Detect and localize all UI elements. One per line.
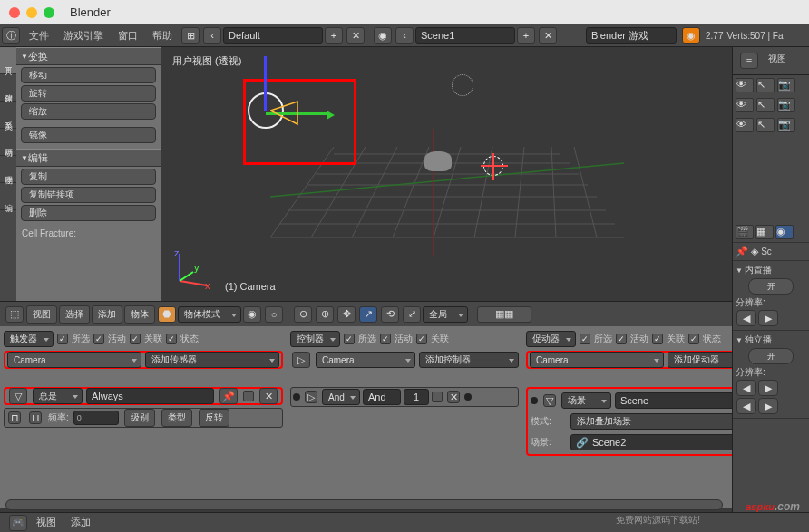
controller-and-dd[interactable]: And <box>322 389 360 405</box>
vt-add[interactable]: 添加 <box>92 305 122 324</box>
tab-animation[interactable]: 动画 <box>0 129 16 156</box>
standalone-player-header[interactable]: 独立播 <box>736 334 806 346</box>
actuator-expand-icon[interactable]: ▽ <box>543 394 556 407</box>
actuator-name-field[interactable]: Scene <box>615 392 746 409</box>
tab-create[interactable]: 创建 <box>0 74 16 102</box>
close-icon[interactable] <box>9 7 20 18</box>
a-link-check[interactable] <box>652 334 663 344</box>
pivot-icon[interactable]: ⊙ <box>294 306 312 323</box>
a-active-check[interactable] <box>616 334 627 344</box>
tab-physics[interactable]: 物理 <box>0 156 16 183</box>
res-left-icon[interactable]: ◀ <box>736 310 756 326</box>
duplicate-button[interactable]: 复制 <box>21 169 156 185</box>
outliner-type-icon[interactable]: ≡ <box>740 53 758 69</box>
translate-icon[interactable]: ↗ <box>359 306 377 323</box>
editor-type-icon[interactable]: ⬚ <box>5 306 24 323</box>
move-button[interactable]: 移动 <box>21 67 156 83</box>
prop-layers-icon[interactable]: ▦ <box>755 225 774 239</box>
mode-icon[interactable]: ⬣ <box>158 306 176 323</box>
edit-header[interactable]: 编辑 <box>16 149 161 167</box>
3d-viewport[interactable]: 用户视图 (透视) <box>161 47 732 301</box>
mesh-object[interactable] <box>424 151 452 171</box>
type-btn[interactable]: 类型 <box>161 409 192 427</box>
start-standalone-button[interactable]: 开 <box>748 348 794 364</box>
actuator-socket[interactable] <box>531 397 538 404</box>
sensor-delete-icon[interactable]: ✕ <box>259 388 278 404</box>
cursor-icon-3[interactable]: ↖ <box>756 118 775 132</box>
controller-prio-check[interactable] <box>432 392 443 402</box>
cursor-icon-2[interactable]: ↖ <box>756 98 775 112</box>
vis-eye-icon[interactable]: 👁 <box>736 78 754 92</box>
mode-selector[interactable]: 物体模式 <box>178 306 241 323</box>
pin-icon[interactable]: 📌 <box>219 388 238 404</box>
layout-selector[interactable]: Default <box>223 27 323 44</box>
pivot2-icon[interactable]: ⊕ <box>316 306 334 323</box>
controller-state-field[interactable]: 1 <box>404 389 429 405</box>
start-button[interactable]: 开 <box>748 278 794 295</box>
c-active-check[interactable] <box>380 334 391 344</box>
active-check[interactable] <box>93 334 104 344</box>
controller-delete-icon[interactable]: ✕ <box>447 391 460 403</box>
scene-back-icon[interactable]: ‹ <box>395 27 414 44</box>
gizmo-z-axis[interactable] <box>264 56 267 111</box>
pulse-true-icon[interactable]: ⊓ <box>8 411 21 424</box>
actuator-type-dd[interactable]: 促动器 <box>526 331 576 347</box>
res2-right-icon[interactable]: ▶ <box>758 380 778 396</box>
layout-grid-icon[interactable]: ⊞ <box>181 27 200 44</box>
vt-view[interactable]: 视图 <box>26 305 57 324</box>
node-input-socket[interactable] <box>293 393 300 401</box>
vt-select[interactable]: 选择 <box>59 305 90 324</box>
actuator-scene-dd[interactable]: 场景 <box>561 392 611 409</box>
close-layout-icon[interactable]: ✕ <box>346 27 365 44</box>
node-output-socket[interactable] <box>464 393 472 401</box>
minimize-icon[interactable] <box>26 7 37 18</box>
sensor-name-field[interactable]: Always <box>86 388 214 404</box>
tab-edit[interactable]: 编 <box>0 183 16 210</box>
invert-btn[interactable]: 反转 <box>199 409 229 427</box>
close-scene-icon[interactable]: ✕ <box>539 27 557 44</box>
sensor-toggle[interactable] <box>243 391 254 401</box>
rotate-icon[interactable]: ⟲ <box>381 306 399 323</box>
add-sensor-dd[interactable]: 添加传感器 <box>145 352 279 368</box>
bottom-view[interactable]: 视图 <box>29 516 63 529</box>
mirror-button[interactable]: 镜像 <box>21 127 156 143</box>
a-sel-check[interactable] <box>580 334 590 344</box>
layers-grid-icon[interactable]: ▦▦ <box>477 306 531 323</box>
cursor-icon[interactable]: ↖ <box>756 78 775 92</box>
res3-left-icon[interactable]: ◀ <box>736 398 756 414</box>
state-check[interactable] <box>166 334 177 344</box>
vis-eye-icon-2[interactable]: 👁 <box>736 98 754 112</box>
menu-help[interactable]: 帮助 <box>145 29 180 43</box>
renderer-selector[interactable]: Blender 游戏 <box>586 27 677 44</box>
back-icon[interactable]: ‹ <box>203 27 221 44</box>
actuator-object[interactable]: Camera <box>530 352 664 368</box>
outliner-view-label[interactable]: 视图 <box>768 53 786 69</box>
res-right-icon[interactable]: ▶ <box>758 310 778 326</box>
controller-name-field[interactable]: And <box>363 389 401 405</box>
sensor-type-dd[interactable]: 触发器 <box>4 331 54 347</box>
camera-icon[interactable]: 📷 <box>777 78 795 92</box>
scene-icon[interactable]: ◉ <box>374 27 392 44</box>
camera-icon-2[interactable]: 📷 <box>777 98 795 112</box>
prop-scene-icon[interactable]: ◉ <box>775 225 794 239</box>
res3-right-icon[interactable]: ▶ <box>758 398 778 414</box>
bottom-add[interactable]: 添加 <box>63 516 98 529</box>
manipulator-icon[interactable]: ✥ <box>337 306 356 323</box>
scene-selector[interactable]: Scene1 <box>415 27 515 44</box>
pulse-false-icon[interactable]: ⊔ <box>29 411 42 424</box>
transform-header[interactable]: 变换 <box>16 47 161 65</box>
scale-icon[interactable]: ⤢ <box>403 306 421 323</box>
add-controller-dd[interactable]: 添加控制器 <box>419 352 519 368</box>
duplicate-linked-button[interactable]: 复制链接项 <box>21 187 156 203</box>
tab-relations[interactable]: 关系 <box>0 102 16 129</box>
sensor-always-dd[interactable]: 总是 <box>33 388 83 404</box>
controller-object[interactable]: Camera <box>316 352 415 368</box>
sensor-object[interactable]: Camera <box>7 352 141 368</box>
shading-solid-icon[interactable]: ◉ <box>243 306 261 323</box>
rotate-button[interactable]: 旋转 <box>21 85 156 102</box>
c-link-check[interactable] <box>416 334 427 344</box>
a-state-check[interactable] <box>688 334 699 344</box>
tab-tools[interactable]: 工具 <box>0 47 16 74</box>
menu-window[interactable]: 窗口 <box>111 29 145 43</box>
controller-collapse-icon[interactable]: ▷ <box>305 391 317 403</box>
